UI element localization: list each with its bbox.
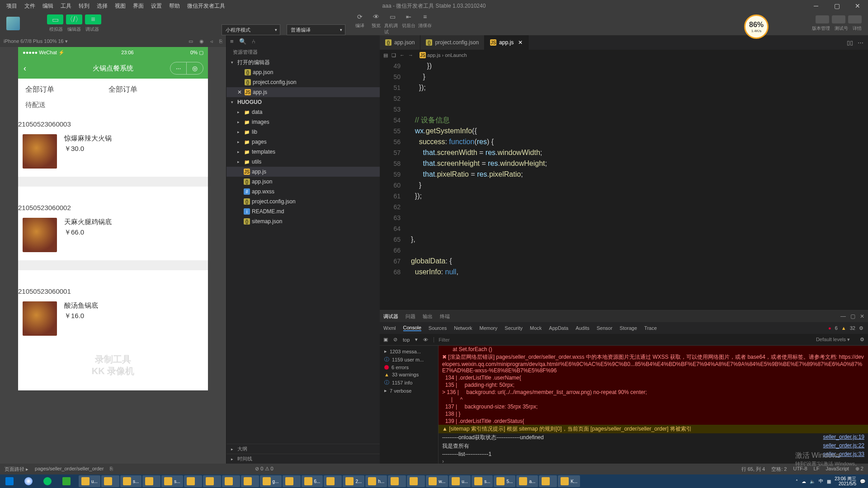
menu-设置[interactable]: 设置 xyxy=(148,1,165,11)
tab-all-1[interactable]: 全部订单 xyxy=(25,85,54,94)
menu-项目[interactable]: 项目 xyxy=(4,1,20,11)
console-line[interactable]: at Set.forEach () xyxy=(439,346,868,353)
status-JavaScript[interactable]: JavaScript xyxy=(826,466,849,473)
tray-icon[interactable]: ▦ xyxy=(827,479,831,484)
filter-33 warnings[interactable]: ▲33 warnings xyxy=(380,371,438,378)
maximize-button[interactable]: ▢ xyxy=(826,0,847,12)
notifications-icon[interactable]: 💬 xyxy=(860,479,865,484)
devtool-tab-Wxml[interactable]: Wxml xyxy=(383,325,396,331)
console-line[interactable]: ▲ [sitemap 索引情况提示] 根据 sitemap 的规则[0]，当前页… xyxy=(439,425,868,433)
order-item[interactable]: 21050523060002天麻火腿鸡锅底￥66.0 xyxy=(18,199,208,283)
console-line[interactable]: seller_order.js:22我是查所有 xyxy=(439,442,868,450)
close-tab-icon[interactable]: ✕ xyxy=(518,39,523,46)
windows-taskbar[interactable]: u...s...s...g...6...2...h...w...u...s...… xyxy=(0,474,868,488)
menu-界面[interactable]: 界面 xyxy=(130,1,146,11)
close-panel-icon[interactable]: ✕ xyxy=(860,313,864,319)
clock[interactable]: 23:06 周三 2021/5/5 xyxy=(835,476,856,486)
mode-select[interactable]: 小程序模式 xyxy=(222,24,280,35)
sim-tool-icon[interactable]: ◃ xyxy=(210,38,213,44)
taskbar-item[interactable]: 2... xyxy=(343,475,364,487)
levels-select[interactable]: Default levels ▾ xyxy=(816,337,850,343)
tree-project.config.json[interactable]: {}project.config.json xyxy=(226,197,380,206)
devtool-tab-Trace[interactable]: Trace xyxy=(644,325,657,331)
open-editor-app.js[interactable]: ✕JSapp.js xyxy=(226,87,380,97)
taskbar-item[interactable]: s... xyxy=(161,475,183,487)
status-行 65, 列 4[interactable]: 行 65, 列 4 xyxy=(741,466,765,473)
devtool-tab-Network[interactable]: Network xyxy=(454,325,472,331)
simulator-toggle[interactable]: ▭ xyxy=(47,14,63,24)
console-line[interactable]: 135 | padding-right: 50rpx; xyxy=(439,381,868,389)
taskbar-item[interactable]: 5... xyxy=(494,475,515,487)
taskbar-item[interactable]: K... xyxy=(558,475,580,487)
tree-pages[interactable]: ▸📁pages xyxy=(226,137,380,147)
devtool-tab-Mock[interactable]: Mock xyxy=(530,325,542,331)
devtool-tab-AppData[interactable]: AppData xyxy=(549,325,568,331)
console-line[interactable]: 138 | } xyxy=(439,410,868,418)
dbg-tab-问题[interactable]: 问题 xyxy=(406,313,415,320)
taskbar-item[interactable] xyxy=(142,475,160,487)
console-line[interactable]: | ^ xyxy=(439,396,868,403)
tree-images[interactable]: ▸📁images xyxy=(226,117,380,127)
order-item[interactable]: 21050523060001酸汤鱼锅底￥16.0 xyxy=(18,283,208,344)
context-select[interactable]: top xyxy=(403,337,410,343)
code-editor[interactable]: 4950515253545556575859606162636465666768… xyxy=(380,61,868,310)
explorer-icon[interactable]: ≡ xyxy=(230,38,234,45)
dbg-tab-调试器[interactable]: 调试器 xyxy=(383,313,398,320)
console-line[interactable]: > 136 | background: url(../../images/mem… xyxy=(439,389,868,396)
tab-project.config.json[interactable]: {}project.config.json xyxy=(420,35,485,50)
taskbar-item[interactable]: a... xyxy=(516,475,538,487)
taskbar-item[interactable]: u... xyxy=(79,475,100,487)
eye-icon[interactable]: 👁 xyxy=(423,337,428,343)
devtool-tab-Security[interactable]: Security xyxy=(505,325,523,331)
menu-编辑[interactable]: 编辑 xyxy=(40,1,56,11)
menu-icon[interactable]: ··· xyxy=(170,62,187,74)
tree-README.md[interactable]: iREADME.md xyxy=(226,206,380,216)
dbg-tab-输出[interactable]: 输出 xyxy=(423,313,433,320)
debugger-toggle[interactable]: ≡ xyxy=(85,14,101,24)
split-icon[interactable]: ▯▯ xyxy=(847,39,853,46)
menu-微信开发者工具[interactable]: 微信开发者工具 xyxy=(184,1,228,11)
menu-转到[interactable]: 转到 xyxy=(76,1,92,11)
more-icon[interactable]: ⋯ xyxy=(858,39,863,46)
console-line[interactable]: ✖ [渲染层网络层错误] pages/seller_order/seller_o… xyxy=(439,353,868,374)
problems[interactable]: ⊘ 0 ⚠ 0 xyxy=(255,466,273,473)
taskbar-item[interactable] xyxy=(101,475,119,487)
sim-tool-icon[interactable]: ⎘ xyxy=(219,38,222,44)
menu-工具[interactable]: 工具 xyxy=(58,1,74,11)
clear-icon[interactable]: ⊘ xyxy=(393,337,397,343)
order-item[interactable]: 21050523060003惊爆麻辣大火锅￥30.0 xyxy=(18,116,208,199)
bc-icon[interactable]: ❏ xyxy=(392,52,396,58)
status-UTF-8[interactable]: UTF-8 xyxy=(793,466,807,473)
taskbar-item[interactable] xyxy=(184,475,202,487)
editor-toggle[interactable]: 〈/〉 xyxy=(66,14,82,24)
task-chrome[interactable] xyxy=(22,475,40,487)
menu-文件[interactable]: 文件 xyxy=(22,1,38,11)
devtool-tab-Console[interactable]: Console xyxy=(403,325,421,331)
devtool-tab-Sensor[interactable]: Sensor xyxy=(597,325,613,331)
page-path[interactable]: pages/seller_order/seller_order xyxy=(35,466,104,473)
status-LF[interactable]: LF xyxy=(814,466,820,473)
tab-app.js[interactable]: JSapp.js✕ xyxy=(485,35,528,50)
maximize-panel-icon[interactable]: ▢ xyxy=(850,313,855,319)
tray-icon[interactable]: 中 xyxy=(819,478,823,484)
console-line[interactable]: 137 | background-size: 35rpx 35rpx; xyxy=(439,403,868,410)
tray-icon[interactable]: ˄ xyxy=(796,479,798,484)
task-app[interactable] xyxy=(60,475,78,487)
subtab-pending[interactable]: 待配送 xyxy=(25,101,46,108)
phone-simulator[interactable]: ●●●●● WeChat ⚡ 23:06 0% ▢ ‹ 火锅点餐系统 ··· ◎ xyxy=(18,47,208,390)
taskbar-item[interactable] xyxy=(388,475,406,487)
bc-icon[interactable]: ← xyxy=(400,52,405,58)
toggle-icon[interactable]: ▣ xyxy=(383,337,388,343)
menu-视图[interactable]: 视图 xyxy=(112,1,128,11)
console-line[interactable]: 134 | .orderListTitle .userName{ xyxy=(439,374,868,381)
minimize-panel-icon[interactable]: — xyxy=(840,313,846,319)
taskbar-item[interactable]: s... xyxy=(472,475,493,487)
taskbar-item[interactable] xyxy=(203,475,221,487)
filter-1159 user m...[interactable]: ⓘ1159 user m... xyxy=(380,355,438,364)
console-line[interactable]: 139 | .orderListTitle .orderStatus{ xyxy=(439,418,868,425)
avatar[interactable] xyxy=(6,17,20,30)
gear-icon[interactable]: ⚙ xyxy=(859,325,863,331)
section-open-editors[interactable]: ▾打开的编辑器 xyxy=(226,57,380,67)
open-editor-project.config.json[interactable]: {}project.config.json xyxy=(226,77,380,87)
filter-1157 info[interactable]: ⓘ1157 info xyxy=(380,378,438,387)
